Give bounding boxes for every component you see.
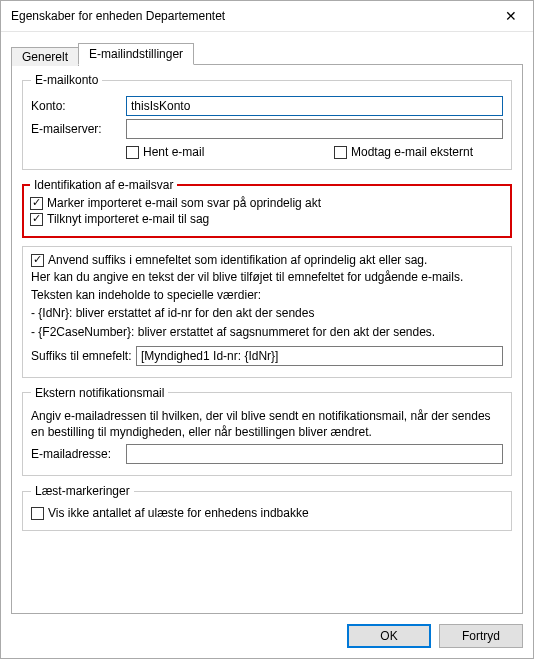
suffix-input[interactable] [136,346,503,366]
group-suffix: Anvend suffiks i emnefeltet som identifi… [22,246,512,378]
use-suffix-checkbox[interactable] [31,254,44,267]
hent-email-label: Hent e-mail [143,145,204,159]
emailserver-label: E-mailserver: [31,122,126,136]
tabpanel-email-settings: E-mailkonto Konto: E-mailserver: Hent e-… [11,64,523,614]
group-laest-markeringer-legend: Læst-markeringer [31,484,134,498]
notif-email-label: E-mailadresse: [31,447,126,461]
suffix-help-2: Teksten kan indeholde to specielle værdi… [31,287,503,303]
tab-general[interactable]: Generelt [11,47,79,66]
group-identifikation: Identifikation af e-mailsvar Marker impo… [22,178,512,238]
mark-imported-label: Marker importeret e-mail som svar på opr… [47,196,321,210]
attach-imported-label: Tilknyt importeret e-mail til sag [47,212,209,226]
modtag-eksternt-checkbox[interactable] [334,146,347,159]
tab-email-settings[interactable]: E-mailindstillinger [78,43,194,65]
modtag-eksternt-label: Modtag e-mail eksternt [351,145,473,159]
dialog-buttons: OK Fortryd [1,614,533,658]
window-title: Egenskaber for enheden Departementet [11,9,489,23]
emailserver-input[interactable] [126,119,503,139]
use-suffix-label: Anvend suffiks i emnefeltet som identifi… [48,253,427,267]
ok-button[interactable]: OK [347,624,431,648]
group-ekstern-notifikation-legend: Ekstern notifikationsmail [31,386,168,400]
suffix-help-4: - {F2CaseNumber}: bliver erstattet af sa… [31,324,503,340]
hent-email-checkbox[interactable] [126,146,139,159]
dialog-body: Generelt E-mailindstillinger E-mailkonto… [1,32,533,614]
group-ekstern-notifikation: Ekstern notifikationsmail Angiv e-mailad… [22,386,512,476]
cancel-button[interactable]: Fortryd [439,624,523,648]
suffix-help-3: - {IdNr}: bliver erstattet af id-nr for … [31,305,503,321]
group-email-account: E-mailkonto Konto: E-mailserver: Hent e-… [22,73,512,170]
hide-unread-checkbox[interactable] [31,507,44,520]
konto-input[interactable] [126,96,503,116]
group-identifikation-legend: Identifikation af e-mailsvar [30,178,177,192]
group-laest-markeringer: Læst-markeringer Vis ikke antallet af ul… [22,484,512,531]
notif-email-input[interactable] [126,444,503,464]
group-email-account-legend: E-mailkonto [31,73,102,87]
suffix-label: Suffiks til emnefelt: [31,349,136,363]
notif-help: Angiv e-mailadressen til hvilken, der vi… [31,408,503,440]
hide-unread-label: Vis ikke antallet af ulæste for enhedens… [48,506,309,520]
dialog-window: Egenskaber for enheden Departementet ✕ G… [0,0,534,659]
titlebar: Egenskaber for enheden Departementet ✕ [1,1,533,32]
close-icon[interactable]: ✕ [489,1,533,31]
suffix-help-1: Her kan du angive en tekst der vil blive… [31,269,503,285]
mark-imported-checkbox[interactable] [30,197,43,210]
konto-label: Konto: [31,99,126,113]
attach-imported-checkbox[interactable] [30,213,43,226]
tabstrip: Generelt E-mailindstillinger [11,42,523,64]
